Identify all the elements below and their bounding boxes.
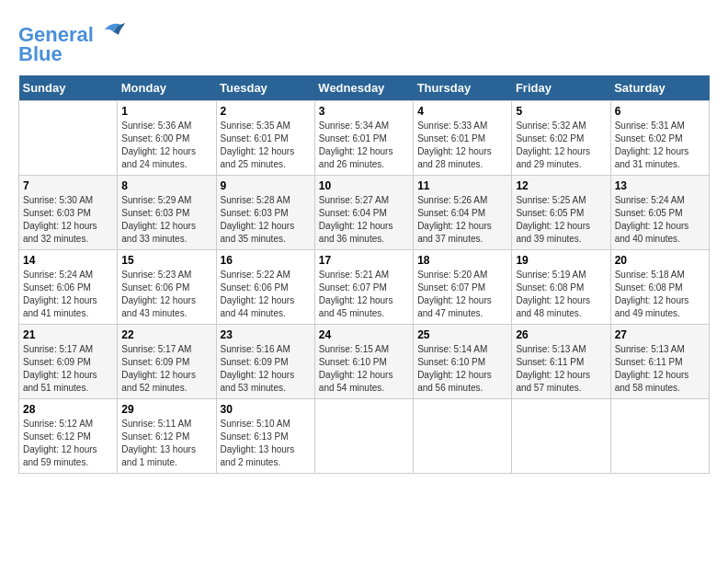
day-info: Sunrise: 5:14 AM Sunset: 6:10 PM Dayligh…	[417, 343, 507, 395]
day-info: Sunrise: 5:28 AM Sunset: 6:03 PM Dayligh…	[221, 194, 311, 246]
calendar-cell: 8Sunrise: 5:29 AM Sunset: 6:03 PM Daylig…	[118, 176, 216, 250]
day-number: 24	[319, 328, 409, 341]
day-number: 6	[615, 105, 705, 118]
calendar-cell: 29Sunrise: 5:11 AM Sunset: 6:12 PM Dayli…	[118, 399, 216, 474]
calendar-cell: 30Sunrise: 5:10 AM Sunset: 6:13 PM Dayli…	[216, 399, 314, 474]
day-info: Sunrise: 5:27 AM Sunset: 6:04 PM Dayligh…	[319, 194, 409, 246]
day-info: Sunrise: 5:31 AM Sunset: 6:02 PM Dayligh…	[615, 120, 705, 171]
calendar-cell	[414, 399, 512, 474]
calendar-cell: 10Sunrise: 5:27 AM Sunset: 6:04 PM Dayli…	[314, 176, 413, 250]
day-of-week-header: Monday	[118, 75, 216, 101]
day-of-week-header: Thursday	[414, 75, 512, 101]
day-of-week-header: Sunday	[19, 75, 118, 101]
day-number: 13	[615, 179, 705, 192]
day-number: 29	[121, 403, 211, 416]
day-info: Sunrise: 5:21 AM Sunset: 6:07 PM Dayligh…	[319, 269, 409, 320]
page-header: General Blue	[18, 18, 710, 66]
day-number: 27	[615, 328, 705, 341]
day-info: Sunrise: 5:13 AM Sunset: 6:11 PM Dayligh…	[615, 343, 705, 395]
calendar-cell: 16Sunrise: 5:22 AM Sunset: 6:06 PM Dayli…	[216, 250, 314, 325]
logo-bird-icon	[101, 18, 129, 41]
calendar-cell	[512, 399, 610, 474]
day-info: Sunrise: 5:29 AM Sunset: 6:03 PM Dayligh…	[121, 194, 211, 246]
day-of-week-header: Saturday	[610, 75, 709, 101]
day-number: 11	[417, 179, 507, 192]
calendar-cell: 18Sunrise: 5:20 AM Sunset: 6:07 PM Dayli…	[414, 250, 512, 325]
day-number: 3	[319, 105, 409, 118]
calendar-cell: 15Sunrise: 5:23 AM Sunset: 6:06 PM Dayli…	[118, 250, 216, 325]
day-info: Sunrise: 5:10 AM Sunset: 6:13 PM Dayligh…	[221, 418, 311, 469]
day-number: 2	[221, 105, 311, 118]
calendar-cell: 19Sunrise: 5:19 AM Sunset: 6:08 PM Dayli…	[512, 250, 610, 325]
calendar-cell: 2Sunrise: 5:35 AM Sunset: 6:01 PM Daylig…	[216, 101, 314, 176]
calendar-cell: 13Sunrise: 5:24 AM Sunset: 6:05 PM Dayli…	[610, 176, 709, 250]
calendar-cell: 28Sunrise: 5:12 AM Sunset: 6:12 PM Dayli…	[19, 399, 118, 474]
calendar-cell: 1Sunrise: 5:36 AM Sunset: 6:00 PM Daylig…	[118, 101, 216, 176]
day-number: 4	[417, 105, 507, 118]
day-info: Sunrise: 5:17 AM Sunset: 6:09 PM Dayligh…	[121, 343, 211, 395]
calendar-table: SundayMondayTuesdayWednesdayThursdayFrid…	[18, 75, 710, 474]
day-number: 28	[23, 403, 113, 416]
calendar-cell: 7Sunrise: 5:30 AM Sunset: 6:03 PM Daylig…	[19, 176, 118, 250]
calendar-cell: 11Sunrise: 5:26 AM Sunset: 6:04 PM Dayli…	[414, 176, 512, 250]
day-number: 20	[615, 254, 705, 267]
day-number: 22	[121, 328, 211, 341]
calendar-cell	[610, 399, 709, 474]
day-number: 23	[221, 328, 311, 341]
day-info: Sunrise: 5:22 AM Sunset: 6:06 PM Dayligh…	[221, 269, 311, 320]
day-number: 10	[319, 179, 409, 192]
day-number: 8	[121, 179, 211, 192]
day-number: 14	[23, 254, 113, 267]
day-info: Sunrise: 5:25 AM Sunset: 6:05 PM Dayligh…	[516, 194, 606, 246]
day-info: Sunrise: 5:33 AM Sunset: 6:01 PM Dayligh…	[417, 120, 507, 171]
calendar-cell: 12Sunrise: 5:25 AM Sunset: 6:05 PM Dayli…	[512, 176, 610, 250]
calendar-cell: 20Sunrise: 5:18 AM Sunset: 6:08 PM Dayli…	[610, 250, 709, 325]
day-number: 30	[221, 403, 311, 416]
day-info: Sunrise: 5:18 AM Sunset: 6:08 PM Dayligh…	[615, 269, 705, 320]
calendar-cell	[19, 101, 118, 176]
day-info: Sunrise: 5:19 AM Sunset: 6:08 PM Dayligh…	[516, 269, 606, 320]
day-number: 16	[221, 254, 311, 267]
calendar-cell: 4Sunrise: 5:33 AM Sunset: 6:01 PM Daylig…	[414, 101, 512, 176]
day-info: Sunrise: 5:12 AM Sunset: 6:12 PM Dayligh…	[23, 418, 113, 469]
day-info: Sunrise: 5:24 AM Sunset: 6:06 PM Dayligh…	[23, 269, 113, 320]
day-number: 1	[121, 105, 211, 118]
day-number: 25	[417, 328, 507, 341]
day-number: 12	[516, 179, 606, 192]
day-info: Sunrise: 5:16 AM Sunset: 6:09 PM Dayligh…	[221, 343, 311, 395]
day-info: Sunrise: 5:24 AM Sunset: 6:05 PM Dayligh…	[615, 194, 705, 246]
calendar-cell: 25Sunrise: 5:14 AM Sunset: 6:10 PM Dayli…	[414, 325, 512, 399]
day-info: Sunrise: 5:26 AM Sunset: 6:04 PM Dayligh…	[417, 194, 507, 246]
day-number: 15	[121, 254, 211, 267]
logo: General Blue	[18, 18, 129, 66]
day-of-week-header: Tuesday	[216, 75, 314, 101]
day-info: Sunrise: 5:15 AM Sunset: 6:10 PM Dayligh…	[319, 343, 409, 395]
day-of-week-header: Wednesday	[314, 75, 413, 101]
day-of-week-header: Friday	[512, 75, 610, 101]
day-info: Sunrise: 5:17 AM Sunset: 6:09 PM Dayligh…	[23, 343, 113, 395]
day-info: Sunrise: 5:11 AM Sunset: 6:12 PM Dayligh…	[121, 418, 211, 469]
day-info: Sunrise: 5:35 AM Sunset: 6:01 PM Dayligh…	[221, 120, 311, 171]
day-number: 7	[23, 179, 113, 192]
day-info: Sunrise: 5:34 AM Sunset: 6:01 PM Dayligh…	[319, 120, 409, 171]
calendar-cell: 22Sunrise: 5:17 AM Sunset: 6:09 PM Dayli…	[118, 325, 216, 399]
calendar-cell: 24Sunrise: 5:15 AM Sunset: 6:10 PM Dayli…	[314, 325, 413, 399]
calendar-cell: 9Sunrise: 5:28 AM Sunset: 6:03 PM Daylig…	[216, 176, 314, 250]
calendar-cell: 6Sunrise: 5:31 AM Sunset: 6:02 PM Daylig…	[610, 101, 709, 176]
calendar-cell: 26Sunrise: 5:13 AM Sunset: 6:11 PM Dayli…	[512, 325, 610, 399]
day-number: 21	[23, 328, 113, 341]
day-info: Sunrise: 5:36 AM Sunset: 6:00 PM Dayligh…	[121, 120, 211, 171]
calendar-cell: 21Sunrise: 5:17 AM Sunset: 6:09 PM Dayli…	[19, 325, 118, 399]
day-info: Sunrise: 5:30 AM Sunset: 6:03 PM Dayligh…	[23, 194, 113, 246]
calendar-cell: 27Sunrise: 5:13 AM Sunset: 6:11 PM Dayli…	[610, 325, 709, 399]
day-number: 19	[516, 254, 606, 267]
day-number: 18	[417, 254, 507, 267]
calendar-cell	[314, 399, 413, 474]
calendar-cell: 23Sunrise: 5:16 AM Sunset: 6:09 PM Dayli…	[216, 325, 314, 399]
day-number: 26	[516, 328, 606, 341]
calendar-cell: 14Sunrise: 5:24 AM Sunset: 6:06 PM Dayli…	[19, 250, 118, 325]
day-number: 5	[516, 105, 606, 118]
day-info: Sunrise: 5:32 AM Sunset: 6:02 PM Dayligh…	[516, 120, 606, 171]
calendar-cell: 17Sunrise: 5:21 AM Sunset: 6:07 PM Dayli…	[314, 250, 413, 325]
day-number: 17	[319, 254, 409, 267]
